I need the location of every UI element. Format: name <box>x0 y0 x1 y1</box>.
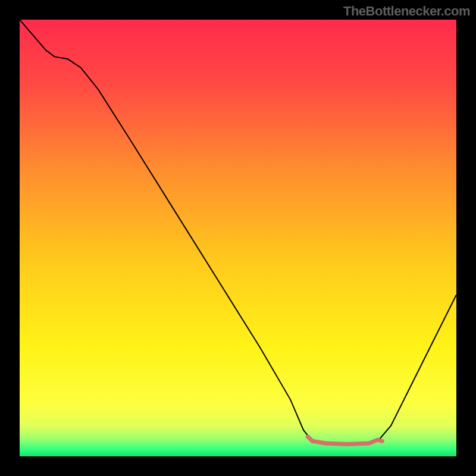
attribution-text: TheBottlenecker.com <box>343 4 470 19</box>
chart-plot-area <box>20 20 456 456</box>
gradient-background <box>20 20 456 456</box>
chart-svg <box>20 20 456 456</box>
